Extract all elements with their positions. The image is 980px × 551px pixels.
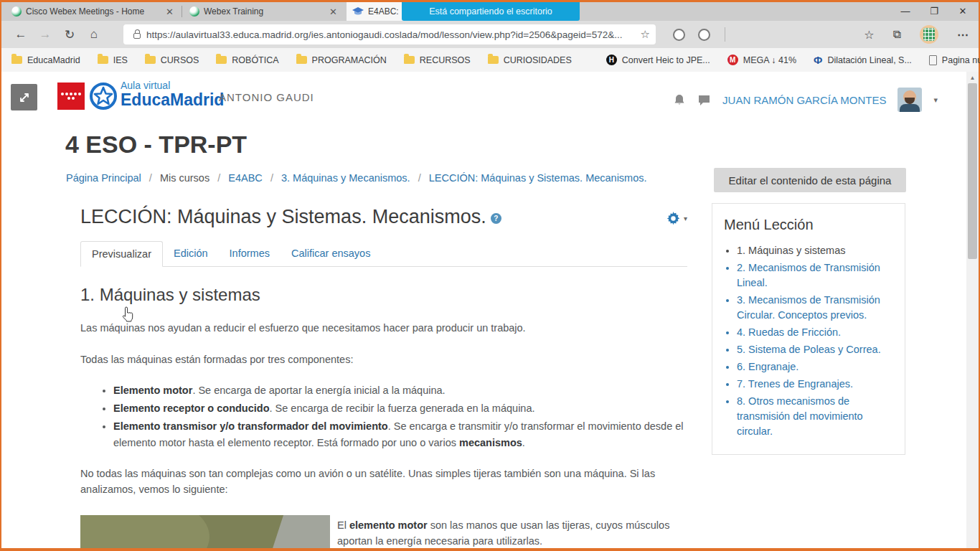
calculator-extension-icon[interactable] xyxy=(920,25,938,44)
moodle-cap-icon xyxy=(352,6,364,17)
tab-calificar-ensayos[interactable]: Calificar ensayos xyxy=(281,241,381,266)
site-header: Aula virtual EducaMadrid ANTONIO GAUDI J… xyxy=(1,82,966,123)
webex-extension-icon[interactable] xyxy=(698,29,710,41)
folder-icon xyxy=(11,56,22,64)
messages-icon[interactable] xyxy=(697,94,711,106)
menu-item-8[interactable]: 8. Otros mecanismos de transmisión del m… xyxy=(737,394,893,439)
back-icon[interactable]: ← xyxy=(9,27,33,42)
page-icon xyxy=(929,55,937,65)
scrollbar[interactable]: ▲ xyxy=(966,72,979,548)
current-user-name[interactable]: JUAN RAMÓN GARCÍA MONTES xyxy=(722,94,886,106)
menu-item-2[interactable]: 2. Mecanismos de Transmisión Lineal. xyxy=(737,260,893,291)
gear-icon xyxy=(666,212,680,225)
educamadrid-logo[interactable] xyxy=(88,80,119,112)
notifications-bell-icon[interactable] xyxy=(673,93,686,106)
mega-icon: M xyxy=(727,55,738,65)
components-list: Elemento motor. Se encarga de aportar la… xyxy=(113,382,687,451)
help-icon[interactable]: ? xyxy=(491,213,501,224)
folder-icon xyxy=(145,56,156,64)
tab-label: Webex Training xyxy=(204,6,321,17)
close-window-button[interactable]: ✕ xyxy=(948,2,977,21)
educamadrid-wordmark[interactable]: Aula virtual EducaMadrid xyxy=(121,80,224,108)
phi-icon: Φ xyxy=(814,54,822,66)
toolbar-divider xyxy=(725,27,725,42)
course-title: 4 ESO - TPR-PT xyxy=(65,131,247,159)
tab-webex-meetings[interactable]: Cisco Webex Meetings - Home ✕ xyxy=(6,2,182,21)
bookmark-link[interactable]: HConvert Heic to JPE... xyxy=(606,55,710,65)
sharing-banner: Está compartiendo el escritorio xyxy=(402,2,580,21)
folder-icon xyxy=(98,56,108,64)
webex-extension-icon[interactable] xyxy=(673,29,685,41)
breadcrumb-home[interactable]: Página Principal xyxy=(66,172,141,184)
url-text[interactable]: https://aulavirtual33.educa.madrid.org/i… xyxy=(146,29,636,40)
user-menu-caret-icon[interactable]: ▾ xyxy=(933,95,938,105)
list-item: Elemento receptor o conducido. Se encarg… xyxy=(113,400,687,416)
paragraph: Las máquinas nos ayudan a reducir el esf… xyxy=(80,321,687,336)
settings-menu[interactable]: ▾ xyxy=(666,206,687,225)
breadcrumb-section[interactable]: 3. Máquinas y Mecanismos. xyxy=(281,172,410,184)
lesson-menu-card: Menú Lección 1. Máquinas y sistemas 2. M… xyxy=(712,203,905,455)
breadcrumb-course[interactable]: E4ABC xyxy=(228,172,263,184)
madrid-flag-logo xyxy=(57,83,85,110)
bookmark-folder[interactable]: EducaMadrid xyxy=(11,55,80,65)
add-favorite-icon[interactable]: ☆ xyxy=(641,28,650,41)
refresh-icon[interactable]: ↻ xyxy=(57,27,82,42)
fullscreen-toggle-button[interactable] xyxy=(11,84,37,110)
edit-page-button[interactable]: Editar el contenido de esta página xyxy=(714,168,906,192)
bookmark-folder[interactable]: ROBÓTICA xyxy=(216,55,278,65)
tab-edicion[interactable]: Edición xyxy=(163,241,219,266)
webex-sharing-frame: Cisco Webex Meetings - Home ✕ Webex Trai… xyxy=(0,0,980,551)
folder-icon xyxy=(488,56,499,64)
address-bar[interactable]: https://aulavirtual33.educa.madrid.org/i… xyxy=(123,24,656,44)
window-controls: — ❐ ✕ xyxy=(891,2,977,21)
section-title: 1. Máquinas y sistemas xyxy=(80,285,687,305)
lock-icon xyxy=(133,33,141,39)
minimize-button[interactable]: — xyxy=(891,2,920,21)
tab-informes[interactable]: Informes xyxy=(219,241,281,266)
more-menu-icon[interactable]: ⋯ xyxy=(957,28,969,42)
bookmark-folder[interactable]: CURSOS xyxy=(145,55,199,65)
avatar[interactable] xyxy=(897,88,922,112)
menu-item-6[interactable]: 6. Engranaje. xyxy=(737,359,893,375)
bookmark-link[interactable]: Pagina nueva 1 xyxy=(929,55,980,65)
tab-label: Cisco Webex Meetings - Home xyxy=(26,6,157,17)
menu-item-4[interactable]: 4. Ruedas de Fricción. xyxy=(737,325,893,340)
bookmarks-bar: EducaMadrid IES CURSOS ROBÓTICA PROGRAMA… xyxy=(1,48,979,72)
browser-toolbar: ← → ↻ ⌂ https://aulavirtual33.educa.madr… xyxy=(1,21,979,48)
bookmark-link[interactable]: MMEGA ↓ 41% xyxy=(727,55,796,65)
tab-previsualizar[interactable]: Previsualizar xyxy=(80,241,163,267)
heic-converter-icon: H xyxy=(606,55,617,65)
scrollbar-thumb[interactable] xyxy=(968,83,977,259)
maximize-button[interactable]: ❐ xyxy=(920,2,948,21)
menu-item-1[interactable]: 1. Máquinas y sistemas xyxy=(737,243,893,258)
bookmark-folder[interactable]: IES xyxy=(98,55,128,65)
close-tab-icon[interactable]: ✕ xyxy=(326,6,340,17)
browser-tab-strip: Cisco Webex Meetings - Home ✕ Webex Trai… xyxy=(1,2,979,21)
paragraph: Todas las máquinas están formadas por tr… xyxy=(80,352,687,368)
menu-item-3[interactable]: 3. Mecanismos de Transmisión Circular. C… xyxy=(737,293,893,323)
webex-tab-icon xyxy=(11,6,22,17)
breadcrumb-lesson[interactable]: LECCIÓN: Máquinas y Sistemas. Mecanismos… xyxy=(429,172,647,184)
collections-icon[interactable]: ⧉ xyxy=(893,28,901,41)
home-icon[interactable]: ⌂ xyxy=(82,27,106,42)
list-item: Elemento transmisor y/o transformador de… xyxy=(113,418,687,451)
scroll-up-icon[interactable]: ▲ xyxy=(966,72,979,81)
bookmark-link[interactable]: ΦDilatación Lineal, S... xyxy=(814,54,912,66)
menu-item-7[interactable]: 7. Trenes de Engranajes. xyxy=(737,377,893,392)
bookmark-folder[interactable]: CURIOSIDADES xyxy=(488,55,572,65)
breadcrumb-my-courses: Mis cursos xyxy=(160,172,209,184)
favorites-bar-icon[interactable]: ☆ xyxy=(864,28,874,42)
lesson-tabs: Previsualizar Edición Informes Calificar… xyxy=(80,241,687,267)
folder-icon xyxy=(296,56,307,64)
school-name: ANTONIO GAUDI xyxy=(219,91,314,103)
close-tab-icon[interactable]: ✕ xyxy=(163,6,176,17)
menu-item-5[interactable]: 5. Sistema de Poleas y Correa. xyxy=(737,342,893,357)
forward-icon: → xyxy=(33,27,57,42)
bookmark-folder[interactable]: PROGRAMACIÓN xyxy=(296,55,387,65)
bookmark-folder[interactable]: RECURSOS xyxy=(404,55,471,65)
folder-icon xyxy=(216,56,227,64)
gear-caret-icon: ▾ xyxy=(684,215,687,222)
lesson-content: LECCIÓN: Máquinas y Sistemas. Mecanismos… xyxy=(80,206,687,548)
scissors-photo xyxy=(80,515,330,548)
tab-webex-training[interactable]: Webex Training ✕ xyxy=(184,2,346,21)
